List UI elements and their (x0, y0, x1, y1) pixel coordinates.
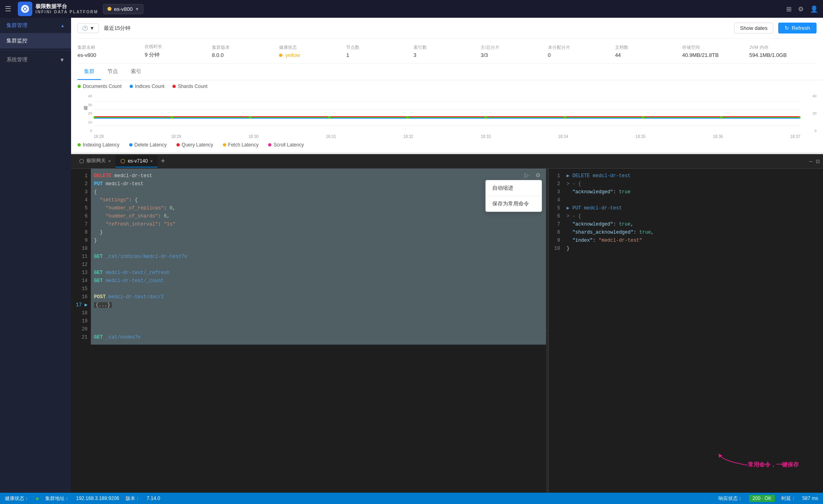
fullscreen-icon[interactable]: ⊞ (786, 5, 792, 13)
result-line-numbers: 1 2 3 4 5 6 7 8 9 10 (549, 169, 563, 493)
logo-text: 极限数据平台 INFINI DATA PLATFORM (36, 3, 98, 15)
editor-tab-es[interactable]: ⬡ es-v7140 × (115, 155, 157, 167)
code-line-3: { (94, 188, 543, 196)
health-dot (279, 54, 282, 57)
info-nodes: 节点数 1 (346, 44, 413, 58)
tab-node[interactable]: 节点 (101, 64, 124, 80)
code-line-18 (94, 309, 543, 317)
wrench-button[interactable]: ⚙ (533, 170, 543, 180)
result-line-7: "acknowledged": true, (567, 220, 820, 228)
context-menu-save-command[interactable]: 保存为常用命令 (486, 196, 542, 211)
result-line-1: ▶ DELETE medcl-dr-test (567, 172, 820, 180)
tab-index[interactable]: 索引 (124, 64, 148, 80)
tab-es-close[interactable]: × (150, 159, 153, 163)
clock-icon: 🕐 (82, 25, 88, 31)
legend-documents-count: Documents Count (78, 84, 122, 89)
health-status-label: 健康状态： (5, 495, 29, 502)
time-selector-arrow: ▼ (90, 25, 94, 31)
result-content[interactable]: ▶ DELETE medcl-dr-test > - { "acknowledg… (563, 169, 823, 493)
legend-indexing-latency: Indexing Latency (78, 142, 120, 148)
legend-shards-count: Shards Count (172, 84, 207, 89)
legend-documents-dot (78, 85, 81, 88)
sidebar-divider (0, 50, 71, 50)
user-icon[interactable]: 👤 (810, 5, 818, 13)
code-line-21: GET _cat/nodes?v (94, 333, 543, 341)
editor-tabs-bar: ⬡ 极限网关 × ⬡ es-v7140 × + ─ ⊡ (71, 154, 823, 169)
y-right-label-bot: 0 (815, 129, 817, 133)
cluster-addr-value: 192.168.3.188:9206 (76, 496, 119, 501)
left-editor: 1 2 3 4 5 6 7 8 9 10 11 12 13 14 (71, 169, 546, 493)
time-bar: 🕐 ▼ 最近15分钟 Show dates ↻ Refresh (78, 18, 817, 39)
new-tab-button[interactable]: + (157, 157, 168, 165)
editor-panels: 1 2 3 4 5 6 7 8 9 10 11 12 13 14 (71, 169, 823, 493)
refresh-icon: ↻ (785, 25, 789, 31)
code-line-9: } (94, 236, 543, 245)
sidebar-cluster-management[interactable]: 集群管理 ▲ (0, 18, 71, 33)
info-unassigned: 未分配分片 0 (548, 44, 615, 58)
editor-tab-gateway[interactable]: ⬡ 极限网关 × (74, 155, 115, 167)
result-line-9: "index": "medcl-dr-test" (567, 236, 820, 245)
code-line-1: DELETE medcl-dr-test (94, 172, 543, 180)
context-menu: 自动缩进 保存为常用命令 (485, 180, 542, 212)
svg-point-9 (328, 116, 331, 119)
legend-indices-dot (130, 85, 133, 88)
run-button[interactable]: ▷ (522, 170, 531, 180)
top-bar: ☰ 极限数据平台 INFINI DATA PLATFORM es-v800 ▼ … (0, 0, 823, 18)
svg-point-11 (484, 116, 488, 119)
cluster-status-dot (107, 7, 111, 11)
legend-delete-latency: Delete Latency (129, 142, 167, 148)
refresh-button[interactable]: ↻ Refresh (778, 23, 817, 33)
legend-shards-dot (172, 85, 176, 88)
svg-point-1 (24, 8, 26, 10)
settings-icon[interactable]: ⚙ (798, 5, 804, 13)
code-editor[interactable]: DELETE medcl-dr-test PUT medcl-dr-test {… (91, 169, 546, 345)
svg-point-7 (170, 116, 174, 119)
response-label: 响应状态： (718, 495, 743, 502)
code-line-2: PUT medcl-dr-test (94, 180, 543, 188)
tab-cluster[interactable]: 集群 (78, 64, 101, 80)
info-online-duration: 在线时长 9 分钟 (145, 44, 212, 59)
sidebar-system-management[interactable]: 系统管理 ▼ (0, 52, 71, 67)
health-status-dot: ● (36, 495, 39, 502)
cluster-addr-label: 集群地址： (45, 495, 69, 502)
cluster-selector[interactable]: es-v800 ▼ (103, 4, 143, 14)
response-value: 200 · OK (749, 495, 775, 502)
main-layout: 集群管理 ▲ 集群监控 系统管理 ▼ 🕐 ▼ 最近15分钟 Show dates (0, 18, 823, 493)
time-selector[interactable]: 🕐 ▼ (78, 23, 99, 33)
info-storage: 存储空间 40.9MB/21.8TB (682, 44, 749, 58)
legend-fetch-latency: Fetch Latency (223, 142, 258, 148)
status-bar: 健康状态： ● 集群地址： 192.168.3.188:9206 版本： 7.1… (0, 493, 823, 504)
result-line-10: } (567, 245, 820, 253)
x-axis-labels: 18:28 18:29 18:30 18:31 18:32 18:33 18:3… (78, 134, 817, 139)
editor-right-buttons: ─ ⊡ (809, 159, 820, 164)
sidebar-cluster-arrow: ▲ (61, 23, 65, 28)
menu-icon[interactable]: ☰ (5, 4, 11, 13)
content-area: 🕐 ▼ 最近15分钟 Show dates ↻ Refresh 集群名称 es-… (71, 18, 823, 493)
code-line-12 (94, 261, 543, 269)
right-panel-inner: 1 2 3 4 5 6 7 8 9 10 ▶ DELETE medc (549, 169, 823, 493)
chart-legend-1: Documents Count Indices Count Shards Cou… (78, 84, 817, 89)
maximize-icon[interactable]: ⊡ (816, 159, 820, 164)
y-right-label-top: 40 (813, 94, 817, 98)
show-dates-button[interactable]: Show dates (734, 23, 774, 33)
info-cluster-name: 集群名称 es-v800 (78, 44, 145, 58)
logo-area: 极限数据平台 INFINI DATA PLATFORM (18, 2, 98, 16)
y-right-label-mid: 20 (813, 111, 817, 115)
editor-section: ⬡ 极限网关 × ⬡ es-v7140 × + ─ ⊡ (71, 154, 823, 493)
sidebar-system-label: 系统管理 (6, 56, 27, 63)
tab-gateway-close[interactable]: × (108, 159, 111, 163)
sidebar-item-cluster-monitor[interactable]: 集群监控 (0, 33, 71, 48)
context-menu-auto-indent[interactable]: 自动缩进 (486, 180, 542, 196)
latency-value: 587 ms (802, 496, 818, 501)
code-line-5: "number_of_replicas": 0, (94, 204, 543, 212)
result-line-6: > - { (567, 212, 820, 220)
logo-icon (18, 2, 32, 16)
latency-label: 时延： (781, 495, 796, 502)
cluster-dropdown-icon: ▼ (135, 7, 139, 11)
chart-legend-2: Indexing Latency Delete Latency Query La… (78, 142, 817, 148)
result-line-8: "shards_acknowledged": true, (567, 228, 820, 236)
minimize-icon[interactable]: ─ (809, 159, 813, 164)
legend-indices-count: Indices Count (130, 84, 164, 89)
time-text: 最近15分钟 (104, 25, 130, 32)
code-line-7: "refresh_interval": "1s" (94, 220, 543, 228)
